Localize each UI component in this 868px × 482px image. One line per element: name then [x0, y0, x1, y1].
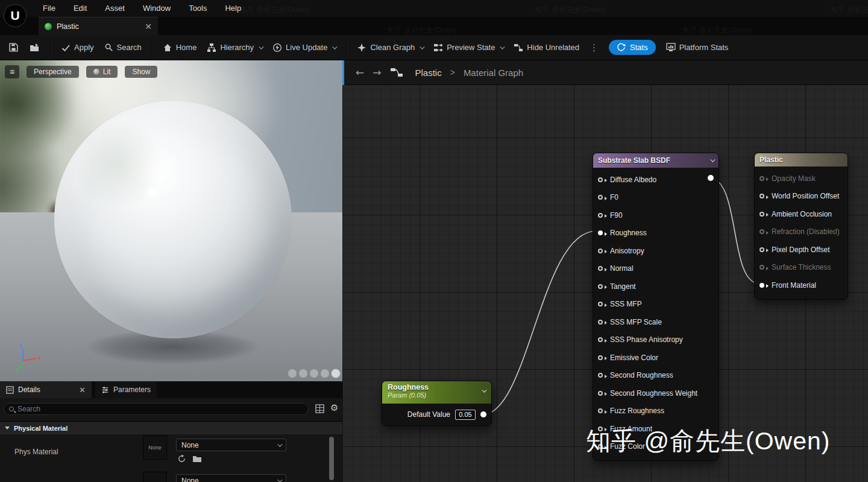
live-update-button[interactable]: Live Update — [272, 43, 336, 52]
menu-window[interactable]: Window — [134, 0, 180, 17]
second-dropdown[interactable]: None — [176, 474, 286, 482]
node-pin-row[interactable]: Second Roughness — [593, 367, 719, 385]
input-pin-icon[interactable] — [598, 408, 603, 413]
input-pin-icon[interactable] — [598, 320, 603, 325]
tab-close-icon[interactable]: ✕ — [145, 22, 152, 31]
perspective-button[interactable]: Perspective — [27, 66, 79, 78]
node-pin-row[interactable]: Emissive Color — [593, 349, 719, 367]
node-header[interactable]: Plastic — [755, 153, 848, 166]
input-pin-icon[interactable] — [760, 176, 764, 181]
hide-unrelated-options-icon[interactable]: ⋮ — [590, 42, 599, 53]
node-roughness-param[interactable]: Roughness Param (0.05) Default Value 0.0… — [382, 381, 492, 426]
node-pin-row[interactable]: Pixel Depth Offset — [755, 241, 848, 259]
home-button[interactable]: Home — [163, 43, 197, 52]
node-pin-row[interactable]: Fuzz Roughness — [593, 402, 719, 420]
clean-graph-button[interactable]: Clean Graph — [357, 43, 423, 52]
breadcrumb-graph[interactable]: Material Graph — [464, 68, 523, 78]
node-pin-row[interactable]: Normal — [593, 260, 719, 278]
node-pin-row[interactable]: Roughness — [593, 224, 719, 243]
phys-material-thumbnail[interactable]: None — [143, 436, 167, 460]
material-graph-canvas[interactable]: ← → Plastic > Material Graph Substrate S… — [342, 60, 868, 482]
input-pin-icon[interactable] — [598, 302, 603, 306]
node-substrate-slab-bsdf[interactable]: Substrate Slab BSDF Diffuse Albedo F0 — [593, 153, 719, 461]
default-value-input[interactable]: 0.05 — [455, 410, 476, 420]
input-pin-icon[interactable] — [598, 391, 603, 396]
tab-parameters[interactable]: Parameters — [95, 381, 157, 398]
input-pin-icon[interactable] — [598, 230, 603, 235]
node-pin-row[interactable]: Second Roughness Weight — [593, 384, 719, 402]
tab-details[interactable]: Details ✕ — [0, 381, 92, 398]
node-pin-row[interactable]: Anisotropy — [593, 242, 719, 260]
hide-unrelated-button[interactable]: Hide Unrelated — [514, 43, 579, 52]
input-pin-icon[interactable] — [598, 266, 603, 271]
hierarchy-button[interactable]: Hierarchy — [207, 43, 262, 52]
input-pin-icon[interactable] — [760, 194, 764, 198]
menu-edit[interactable]: Edit — [64, 0, 96, 17]
input-pin-icon[interactable] — [760, 265, 764, 270]
node-plastic-result[interactable]: Plastic Opacity Mask World Position Offs… — [754, 153, 848, 300]
menu-help[interactable]: Help — [216, 0, 250, 17]
platform-stats-button[interactable]: Platform Stats — [666, 43, 729, 52]
preview-viewport[interactable]: ≡ Perspective Lit Show z x y — [0, 60, 342, 381]
node-pin-row[interactable]: SSS Phase Anisotropy — [593, 331, 719, 349]
back-arrow-icon[interactable]: ← — [356, 66, 364, 78]
input-pin-icon[interactable] — [598, 213, 603, 218]
input-pin-icon[interactable] — [598, 249, 603, 253]
details-search-input[interactable]: Search — [4, 403, 309, 415]
roughness-output-pin[interactable] — [480, 411, 486, 417]
node-collapse-chevron-icon[interactable] — [710, 157, 715, 162]
viewport-menu-icon[interactable]: ≡ — [5, 65, 19, 78]
input-pin-icon[interactable] — [598, 177, 603, 182]
node-pin-row[interactable]: Ambient Occlusion — [755, 205, 848, 223]
stats-button[interactable]: Stats — [609, 40, 656, 55]
node-pin-row[interactable]: Diffuse Albedo — [593, 171, 719, 189]
node-pin-row[interactable]: Tangent — [593, 277, 719, 296]
forward-arrow-icon[interactable]: → — [373, 66, 381, 78]
preview-shape-sphere-icon[interactable] — [298, 369, 308, 378]
input-pin-icon[interactable] — [760, 212, 764, 217]
second-thumbnail[interactable] — [143, 472, 167, 482]
breadcrumb-asset[interactable]: Plastic — [415, 68, 442, 78]
node-pin-row[interactable]: World Position Offset — [755, 188, 848, 206]
substrate-output-pin[interactable] — [708, 175, 714, 181]
node-pin-row[interactable]: Front Material — [755, 276, 848, 294]
node-pin-row[interactable]: SSS MFP — [593, 296, 719, 314]
input-pin-icon[interactable] — [760, 283, 764, 288]
details-scrollbar[interactable] — [329, 437, 334, 480]
node-pin-row[interactable]: Refraction (Disabled) — [755, 223, 848, 241]
browse-folder-icon[interactable] — [192, 454, 202, 463]
menu-file[interactable]: File — [34, 0, 64, 17]
use-selected-asset-icon[interactable] — [177, 454, 186, 463]
details-tab-close-icon[interactable]: ✕ — [79, 385, 86, 395]
node-pin-row[interactable]: F90 — [593, 206, 719, 224]
preview-shape-plane-icon[interactable] — [309, 369, 319, 378]
node-pin-row[interactable]: SSS MFP Scale — [593, 313, 719, 331]
input-pin-icon[interactable] — [760, 247, 764, 252]
input-pin-icon[interactable] — [598, 195, 603, 200]
node-header[interactable]: Substrate Slab BSDF — [593, 153, 719, 168]
apply-button[interactable]: Apply — [61, 43, 94, 52]
section-physical-material[interactable]: Physical Material — [0, 421, 342, 434]
preview-shape-teapot-icon[interactable] — [331, 369, 341, 378]
preview-shape-cylinder-icon[interactable] — [288, 369, 297, 378]
input-pin-icon[interactable] — [598, 284, 603, 289]
search-button[interactable]: Search — [104, 43, 142, 52]
node-header[interactable]: Roughness Param (0.05) — [382, 381, 491, 404]
phys-material-dropdown[interactable]: None — [176, 439, 286, 451]
show-button[interactable]: Show — [125, 66, 157, 78]
input-pin-icon[interactable] — [760, 229, 764, 234]
menu-asset[interactable]: Asset — [96, 0, 134, 17]
display-grid-icon[interactable] — [315, 404, 324, 413]
preview-shape-cube-icon[interactable] — [320, 369, 330, 378]
input-pin-icon[interactable] — [598, 373, 603, 378]
lit-mode-button[interactable]: Lit — [86, 66, 118, 78]
node-pin-row[interactable]: F0 — [593, 189, 719, 207]
details-settings-gear-icon[interactable]: ⚙ — [330, 402, 338, 413]
browse-to-asset-button[interactable] — [29, 43, 40, 52]
save-button[interactable] — [8, 42, 19, 52]
node-pin-row[interactable]: Opacity Mask — [755, 170, 848, 188]
tab-plastic[interactable]: Plastic ✕ — [39, 17, 158, 35]
input-pin-icon[interactable] — [598, 337, 603, 342]
input-pin-icon[interactable] — [598, 355, 603, 360]
preview-state-button[interactable]: Preview State — [433, 43, 503, 52]
